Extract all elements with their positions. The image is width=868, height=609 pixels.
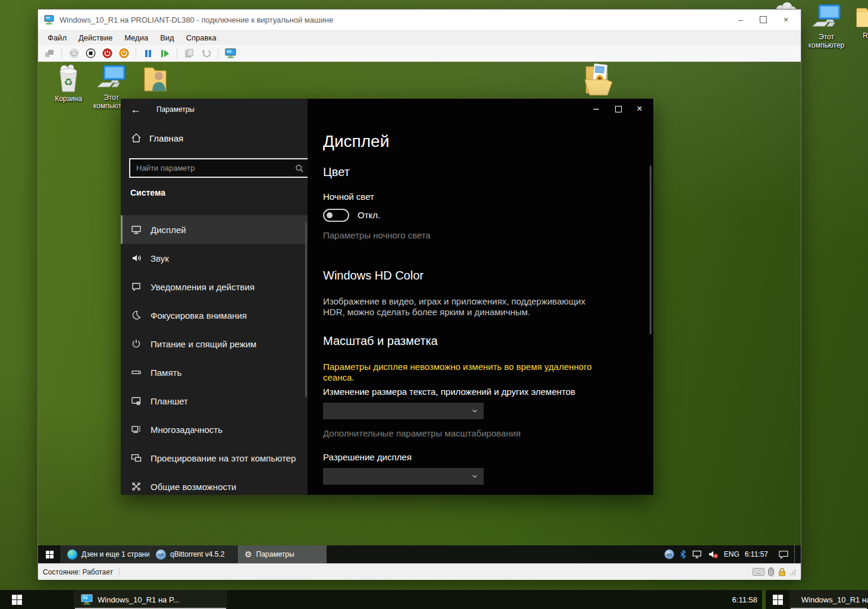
divider [177,48,177,59]
host-this-pc-icon[interactable]: Этот компьютер [803,4,850,50]
projecting-icon [130,452,142,464]
resize-grip[interactable] [790,569,796,575]
host-start-button-secondary[interactable] [766,590,789,609]
resize-text-label: Изменение размера текста, приложений и д… [323,387,575,397]
mouse-icon [768,567,774,576]
vm-clock[interactable]: 6:11:57 [745,550,768,558]
shutdown-button[interactable] [101,47,114,60]
checkpoint-button[interactable] [183,47,196,60]
ctrl-alt-del-button[interactable] [43,47,56,60]
sidebar-item-label: Проецирование на этот компьютер [151,453,296,463]
taskbar-button-qbittorrent[interactable]: qb qBittorrent v4.5.2 [149,545,238,563]
menu-file[interactable]: Файл [42,32,73,44]
vm-recycle-bin-label: Корзина [55,95,82,103]
search-input[interactable] [135,163,291,173]
vm-statusbar: Состояние: Работает [38,563,801,580]
qbittorrent-tray-icon[interactable]: qb [665,550,674,559]
sidebar-item-power-sleep[interactable]: Питание и спящий режим [121,329,308,358]
back-button[interactable]: ← [130,104,141,115]
display-tray-icon[interactable] [692,550,703,559]
night-light-toggle[interactable] [323,209,349,222]
content-scrollbar[interactable] [650,165,651,334]
sidebar-item-storage[interactable]: Память [121,358,308,387]
reset-button[interactable] [158,47,171,60]
menu-help[interactable]: Справка [180,32,223,44]
start-vm-button[interactable] [67,47,80,60]
vm-recycle-bin-icon[interactable]: ♻ Корзина [45,64,92,103]
save-icon [119,48,129,58]
sidebar-item-shared-experiences[interactable]: Общие возможности [121,472,308,495]
vm-window-titlebar[interactable]: Windows_10_R1 на PROLIANT-DL380 - подклю… [38,10,801,30]
night-light-state: Откл. [358,210,380,220]
settings-close-button[interactable]: × [631,102,648,115]
sidebar-item-sound[interactable]: Звук [121,244,308,272]
host-clock[interactable]: 6:11:58 [732,590,762,609]
lock-icon [778,567,786,576]
sidebar-item-display[interactable]: Дисплей [121,215,308,244]
hyperv-icon [44,15,55,24]
show-desktop-sliver[interactable] [794,545,797,563]
vm-screen: ♻ Корзина Этот компьютер [38,62,801,563]
vm-toolbar [38,45,801,62]
divider [136,48,136,59]
taskbar-button-edge[interactable]: Дзен и еще 1 страни... [61,545,149,563]
notifications-icon [130,281,142,293]
sidebar-item-label: Дисплей [151,225,186,235]
vm-maximize-button[interactable] [754,12,772,27]
vm-pictures-folder-icon[interactable] [575,62,621,96]
turn-off-button[interactable] [84,47,97,60]
taskbar-button-settings[interactable]: ⚙ Параметры [238,545,327,563]
settings-minimize-button[interactable]: – [587,102,605,115]
volume-muted-icon[interactable] [708,550,719,559]
chevron-down-icon [471,407,479,415]
enhanced-session-button[interactable] [224,47,237,60]
pause-button[interactable] [142,47,155,60]
revert-button[interactable] [199,47,212,60]
menu-view[interactable]: Вид [154,32,180,44]
divider [218,48,218,59]
resolution-label: Разрешение дисплея [323,452,412,462]
settings-maximize-button[interactable] [609,102,627,115]
moon-icon [130,309,142,321]
advanced-scaling-link[interactable]: Дополнительные параметры масштабирования [323,428,521,438]
action-center-icon[interactable] [778,550,789,559]
host-task-label: Windows_10_R1 на P... [801,595,868,604]
sidebar-item-home[interactable]: Главная [130,132,183,144]
storage-icon [130,366,142,378]
host-start-button[interactable] [0,590,33,609]
vm-minimize-button[interactable]: – [732,12,750,27]
menu-media[interactable]: Медиа [118,32,154,44]
maximize-icon [760,16,767,23]
recycle-bin-icon: ♻ [55,64,82,93]
vm-user-folder-icon[interactable] [132,64,178,94]
sidebar-item-projecting[interactable]: Проецирование на этот компьютер [121,444,308,472]
reset-icon [161,49,170,58]
settings-search-box[interactable] [129,158,310,178]
ctrl-alt-del-icon [45,49,54,58]
sidebar-item-multitasking[interactable]: Многозадачность [121,415,308,444]
night-light-settings-link[interactable]: Параметры ночного света [323,230,431,240]
sidebar-item-focus-assist[interactable]: Фокусировка внимания [121,301,308,329]
sidebar-item-tablet[interactable]: Планшет [121,387,308,415]
vm-start-button[interactable] [38,545,61,563]
host-folder-ror-icon[interactable]: Ror [846,4,868,40]
scaling-dropdown[interactable] [323,403,484,419]
sidebar-scrollbar[interactable] [305,222,307,397]
sidebar-item-notifications[interactable]: Уведомления и действия [121,272,308,301]
menu-action[interactable]: Действие [73,32,118,44]
save-vm-button[interactable] [117,47,130,60]
keyboard-icon [753,568,764,576]
host-taskbar-button-vm[interactable]: Windows_10_R1 на P... [74,590,227,609]
vm-close-button[interactable]: × [777,12,795,27]
vm-status-text: Состояние: Работает [43,568,113,576]
language-indicator[interactable]: ENG [724,550,739,558]
host-this-pc-label: Этот компьютер [809,33,845,50]
host-taskbar-primary: Windows_10_R1 на P... 6:11:58 [0,590,762,609]
resolution-dropdown[interactable] [323,468,484,485]
remote-session-warning: Параметры дисплея невозможно изменить во… [323,362,592,383]
settings-content: – × Дисплей Цвет Ночной свет Откл. Парам… [308,99,653,495]
bluetooth-icon[interactable] [679,550,687,559]
search-icon[interactable] [294,164,304,173]
sidebar-item-label: Общие возможности [151,482,236,492]
host-taskbar-button-vm-secondary[interactable]: Windows_10_R1 на P... [789,590,868,609]
